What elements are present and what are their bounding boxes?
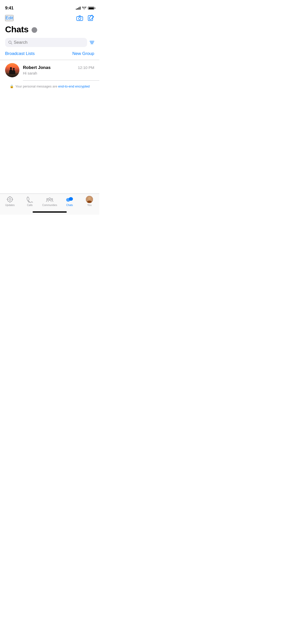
tab-updates[interactable]: Updates [0,196,20,207]
wifi-icon [82,7,86,10]
compose-button[interactable] [88,15,94,21]
search-input[interactable] [14,40,84,45]
svg-point-14 [51,198,53,200]
chat-preview: Hi sarah [23,71,94,75]
tab-communities[interactable]: Communities [40,196,60,207]
status-icons [76,7,94,10]
search-icon [8,40,12,45]
svg-line-5 [11,43,12,44]
tab-calls-label: Calls [27,204,33,207]
calls-icon [26,196,33,203]
chat-content: Robert Jonas 12:10 PM Hi sarah [23,65,94,75]
communities-icon [46,196,53,203]
updates-icon [7,196,13,203]
chat-item[interactable]: Robert Jonas 12:10 PM Hi sarah [0,60,99,80]
tab-you-label: You [87,204,92,207]
svg-point-18 [69,197,73,201]
status-time: 9:41 [5,6,13,11]
tab-you[interactable]: You [79,196,99,207]
tab-chats[interactable]: Chats [60,196,79,207]
search-area [0,37,99,48]
action-row: Broadcast Lists New Group [0,48,99,60]
tab-updates-label: Updates [5,204,15,207]
svg-point-6 [7,197,12,202]
encryption-notice: 🔒 Your personal messages are end-to-end … [0,80,99,92]
lock-icon: 🔒 [10,84,14,88]
edit-button[interactable]: Edit [5,15,13,21]
you-avatar [86,196,93,203]
tab-communities-label: Communities [42,204,57,207]
battery-icon [88,7,94,10]
chat-time: 12:10 PM [78,65,94,70]
title-area: Chats [0,23,99,37]
encryption-link[interactable]: end-to-end encrypted [58,84,90,88]
new-group-button[interactable]: New Group [72,51,94,56]
svg-point-13 [47,198,48,200]
tab-chats-label: Chats [66,204,73,207]
svg-point-1 [79,18,81,20]
tab-calls[interactable]: Calls [20,196,40,207]
svg-point-2 [82,17,82,18]
broadcast-lists-button[interactable]: Broadcast Lists [5,51,35,56]
camera-button[interactable] [76,15,83,21]
home-indicator [33,211,67,213]
signal-icon [76,7,80,10]
svg-point-12 [49,198,51,200]
camera-icon [76,15,83,21]
svg-point-7 [9,198,11,200]
chat-name: Robert Jonas [23,65,51,70]
search-bar[interactable] [5,38,87,47]
status-bar: 9:41 [0,0,99,13]
encryption-text: Your personal messages are end-to-end en… [15,84,90,88]
nav-bar: Edit [0,13,99,23]
page-title: Chats [5,24,29,34]
avatar [5,63,19,77]
filter-button[interactable] [90,41,94,44]
svg-rect-0 [77,17,83,21]
loading-indicator [32,27,37,33]
chat-list: Robert Jonas 12:10 PM Hi sarah [0,60,99,81]
chats-icon [66,196,73,203]
svg-point-23 [88,197,91,200]
compose-icon [88,15,94,21]
